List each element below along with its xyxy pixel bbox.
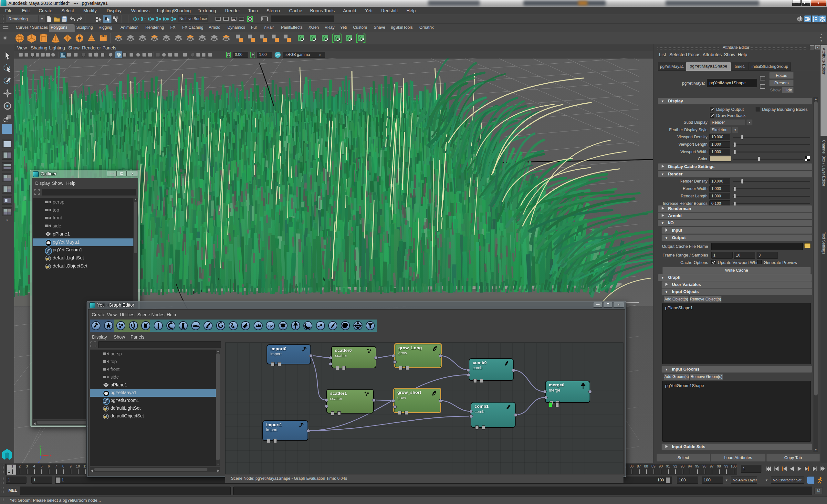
svg-text:IPR: IPR (232, 19, 236, 21)
svg-text:1|2: 1|2 (268, 324, 273, 328)
